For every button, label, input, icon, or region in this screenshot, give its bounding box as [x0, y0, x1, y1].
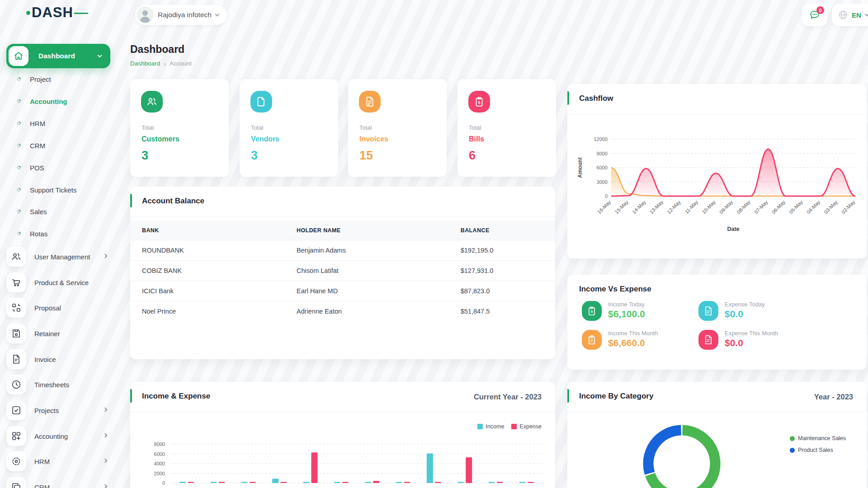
bullet-icon — [16, 143, 21, 148]
sidebar-item-label: HRM — [34, 458, 99, 465]
stat-value: 3 — [251, 149, 258, 163]
metric-value: $0.0 — [725, 338, 778, 348]
proposal-icon — [11, 302, 22, 313]
sidebar-item-accounting[interactable]: Accounting — [6, 424, 113, 448]
table-cell: Chisom Latifat — [285, 261, 461, 281]
sidebar-item-label: Accounting — [34, 432, 99, 440]
sidebar-item-projects[interactable]: Projects — [6, 399, 113, 422]
divider — [130, 216, 555, 217]
svg-text:4000: 4000 — [154, 461, 165, 466]
bullet-icon — [16, 187, 21, 192]
metric-value: $6,660.0 — [608, 338, 658, 348]
table-cell: COBIZ BANK — [130, 261, 285, 281]
invoice-icon — [11, 354, 22, 365]
app-logo: DASH — — [26, 5, 87, 21]
metric-label: Expense This Month — [725, 330, 778, 337]
income-expense-card: Income & Expense Current Year - 2023 Inc… — [130, 382, 555, 488]
sidebar-subitem-hrm[interactable]: HRM — [6, 117, 110, 130]
table-cell: $87,823.0 — [461, 281, 555, 301]
logo-dot-icon — [26, 11, 30, 15]
avatar — [137, 7, 153, 23]
sidebar-item-dashboard[interactable]: Dashboard — [6, 44, 110, 68]
table-cell: Adrienne Eaton — [285, 301, 461, 322]
svg-text:10-May: 10-May — [701, 199, 717, 215]
card-accent-bar — [130, 389, 132, 403]
sidebar-item-label: Dashboard — [38, 52, 94, 60]
card-accent-bar — [130, 194, 132, 207]
sidebar-item-timesheets[interactable]: Timesheets — [6, 373, 113, 396]
account-balance-card: Account Balance BANKHOLDER NAMEBALANCE R… — [130, 187, 555, 359]
customers-icon — [146, 96, 158, 108]
stat-label: Invoices — [359, 135, 388, 143]
accounting-icon — [11, 431, 22, 441]
metric-income-this-month: $Income This Month$6,660.0 — [582, 330, 658, 350]
sidebar-item-label: Timesheets — [34, 381, 113, 389]
language-dropdown[interactable]: EN — [832, 4, 868, 26]
sidebar-subitem-sales[interactable]: Sales — [6, 205, 110, 218]
svg-text:03-May: 03-May — [823, 199, 839, 215]
sidebar-item-label: Proposal — [34, 304, 113, 312]
sidebar-item-crm[interactable]: CRM — [6, 475, 113, 488]
breadcrumb: Dashboard › Account — [130, 60, 192, 67]
sidebar-item-label: Product & Service — [34, 279, 113, 286]
breadcrumb-dashboard-link[interactable]: Dashboard — [130, 60, 160, 67]
stat-category: Total — [359, 124, 372, 131]
svg-text:09-May: 09-May — [718, 199, 734, 215]
sidebar-subitem-accounting[interactable]: Accounting — [6, 95, 110, 108]
sidebar-subitem-crm[interactable]: CRM — [6, 139, 110, 152]
sidebar-item-proposal[interactable]: Proposal — [6, 296, 113, 319]
bullet-icon — [16, 209, 21, 214]
divider — [130, 412, 555, 412]
sidebar-subitem-project[interactable]: Project — [6, 73, 110, 85]
chevron-right-icon — [103, 484, 108, 488]
sidebar-item-product-service[interactable]: Product & Service — [6, 271, 113, 294]
income-by-category-chart — [639, 421, 725, 488]
income-vs-expense-title: Income Vs Expense — [579, 285, 651, 294]
vendors-icon — [255, 96, 267, 108]
cart-icon — [11, 277, 22, 288]
table-cell: ROUNDBANK — [130, 240, 285, 261]
breadcrumb-current: Account — [170, 60, 192, 67]
chevron-right-icon — [103, 459, 108, 463]
workspace-dropdown[interactable]: Rajodiya infotech — [135, 5, 227, 25]
cashflow-title: Cashflow — [579, 94, 613, 103]
bullet-icon — [16, 99, 21, 103]
sidebar-item-label: User Management — [34, 253, 99, 261]
users-icon — [11, 251, 22, 262]
stat-category: Total — [251, 124, 263, 131]
logo-text: DASH — [32, 5, 73, 21]
sidebar-subitem-support-tickets[interactable]: Support Tickets — [6, 183, 110, 196]
metric-label: Income This Month — [608, 330, 658, 337]
stat-value: 6 — [469, 149, 476, 163]
svg-text:06-May: 06-May — [771, 199, 787, 215]
sidebar-item-user-management[interactable]: User Management — [6, 245, 113, 268]
bullet-icon — [16, 76, 21, 81]
stat-category: Total — [469, 124, 481, 131]
stat-category: Total — [142, 124, 154, 131]
metric-label: Income Today — [608, 301, 645, 308]
svg-text:Date: Date — [727, 226, 739, 232]
sidebar-item-retainer[interactable]: Retainer — [6, 322, 113, 345]
sidebar-subitem-pos[interactable]: POS — [6, 161, 110, 174]
card-accent-bar — [567, 91, 569, 105]
sidebar-subitem-rotas[interactable]: Rotas — [6, 227, 110, 240]
sidebar-item-hrm[interactable]: HRM — [6, 450, 113, 473]
sidebar-item-label: CRM — [34, 483, 99, 488]
metric-label: Expense Today — [725, 301, 765, 308]
legend-swatch — [477, 424, 483, 429]
divider — [567, 412, 867, 412]
svg-text:08-May: 08-May — [736, 199, 752, 215]
sidebar-subitem-label: CRM — [30, 142, 45, 150]
sidebar-item-invoice[interactable]: Invoice — [6, 347, 113, 371]
income-by-category-card: Income By Category Year - 2023 Maintenan… — [567, 382, 867, 488]
home-icon — [9, 46, 28, 66]
notifications-button[interactable]: 0 — [802, 4, 828, 26]
stat-value: 15 — [359, 149, 373, 163]
breadcrumb-separator: › — [164, 60, 166, 67]
crm-icon — [11, 482, 22, 488]
svg-text:02-May: 02-May — [840, 199, 856, 215]
chevron-right-icon — [103, 433, 108, 438]
page-title: Dashboard — [130, 43, 184, 56]
metric-value: $0.0 — [725, 309, 765, 319]
expense-icon — [703, 305, 714, 316]
